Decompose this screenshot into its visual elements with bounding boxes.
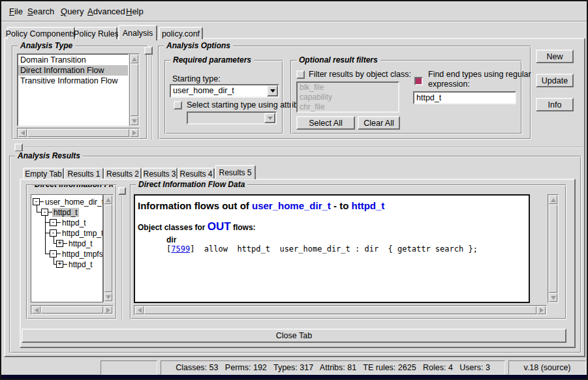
scroll-up-icon[interactable] (131, 55, 138, 63)
starting-type-combobox[interactable]: user_home_dir_t (170, 84, 279, 98)
tree-expand-icon[interactable]: + (56, 261, 63, 268)
pane-sash-handle[interactable] (144, 46, 153, 55)
list-item[interactable]: Domain Transition (18, 55, 128, 65)
scroll-left-icon[interactable] (18, 129, 27, 137)
scroll-down-icon[interactable] (549, 293, 557, 302)
tab-results-4[interactable]: Results 4 (178, 168, 215, 179)
menu-query[interactable]: Query (61, 7, 84, 16)
tab-results-1[interactable]: Results 1 (64, 168, 104, 179)
optional-filters-title: Optional result filters (296, 55, 380, 65)
attrib-combobox (187, 111, 277, 124)
scroll-down-icon[interactable] (131, 117, 138, 125)
scrollbar-thumb[interactable] (144, 306, 536, 314)
tab-empty-tab[interactable]: Empty Tab (23, 168, 64, 179)
starting-type-label: Starting type: (172, 74, 221, 83)
object-class-item: blk_file (298, 83, 398, 93)
tree-node[interactable]: -httpd_t (31, 207, 102, 217)
tree-node[interactable]: +httpd_t (31, 259, 102, 269)
scrollbar-thumb[interactable] (41, 306, 103, 314)
clear-all-button[interactable]: Clear All (358, 116, 400, 130)
source-type: user_home_dir_t (252, 200, 331, 211)
analysis-options-title: Analysis Options (164, 41, 233, 50)
window-bottom-edge (1, 375, 587, 379)
tree-hscrollbar[interactable] (31, 305, 114, 315)
scrollbar-thumb[interactable] (104, 205, 112, 292)
object-class-item: capability (298, 93, 398, 102)
rule-number-link[interactable]: 7599 (171, 244, 190, 254)
tab-analysis[interactable]: Analysis (118, 25, 157, 40)
apol-window: File Search Query Advanced Help Policy C… (0, 0, 588, 380)
regex-checkbox[interactable] (414, 77, 423, 85)
analysis-type-listbox[interactable]: Domain Transition Direct Information Flo… (17, 53, 129, 126)
info-button[interactable]: Info (536, 98, 574, 111)
tree-data-sash-line[interactable] (121, 196, 123, 319)
tab-results-2[interactable]: Results 2 (104, 168, 142, 179)
tree-node[interactable]: -user_home_dir_t (31, 196, 102, 207)
menu-advanced[interactable]: Advanced (87, 7, 125, 16)
scrollbar-thumb[interactable] (131, 64, 138, 116)
scroll-right-icon[interactable] (104, 306, 112, 314)
scroll-up-icon[interactable] (104, 196, 112, 204)
regex-checkbox-label-line2[interactable]: expression: (428, 80, 470, 89)
select-all-button[interactable]: Select All (296, 116, 355, 130)
tab-policy-components[interactable]: Policy Components (7, 27, 75, 39)
attrib-checkbox[interactable] (174, 101, 182, 110)
scrollbar-thumb[interactable] (27, 129, 129, 137)
filter-by-class-checkbox[interactable] (296, 70, 305, 79)
tree-vscrollbar[interactable] (103, 194, 114, 302)
close-tab-button[interactable]: Close Tab (22, 329, 566, 343)
tree-data-sash-handle[interactable] (118, 187, 126, 195)
list-item-selected[interactable]: Direct Information Flow (18, 65, 128, 76)
filter-by-class-label[interactable]: Filter results by object class: (309, 70, 411, 79)
tree-node[interactable]: -httpd_t (31, 217, 102, 227)
object-classes-line: Object classes for OUT flows: (138, 220, 529, 233)
dropdown-arrow-icon (264, 113, 275, 123)
allow-rule-line: [7599] allow httpd_t user_home_dir_t : d… (166, 244, 529, 254)
flow-direction: OUT (208, 220, 231, 233)
scrollbar-thumb[interactable] (549, 205, 557, 293)
data-vscrollbar[interactable] (548, 194, 559, 303)
scroll-up-icon[interactable] (549, 196, 557, 204)
flow-heading: Information flows out of user_home_dir_t… (138, 200, 529, 211)
results-sash-line[interactable] (24, 147, 583, 148)
tab-results-5[interactable]: Results 5 (215, 165, 256, 179)
tree-collapse-icon[interactable]: - (50, 250, 57, 257)
tab-policy-conf[interactable]: policy.conf (159, 27, 203, 39)
analysis-type-vscrollbar[interactable] (129, 53, 140, 126)
tree-collapse-icon[interactable]: - (41, 209, 48, 216)
tree-node[interactable]: +httpd_t (31, 238, 102, 248)
scroll-down-icon[interactable] (104, 293, 112, 301)
tree-expand-icon[interactable]: + (56, 240, 63, 247)
tree-collapse-icon[interactable]: - (50, 229, 57, 237)
tab-results-3[interactable]: Results 3 (142, 168, 178, 179)
tab-policy-rules[interactable]: Policy Rules (75, 27, 117, 39)
scroll-left-icon[interactable] (32, 306, 40, 314)
status-stats: Classes: 53 Perms: 192 Types: 317 Attrib… (161, 360, 505, 375)
tree-node[interactable]: -httpd_tmpfs_t (31, 248, 102, 259)
tree-collapse-icon[interactable]: - (50, 219, 57, 226)
data-hscrollbar[interactable] (134, 305, 547, 315)
scroll-right-icon[interactable] (130, 129, 138, 137)
menubar: File Search Query Advanced Help (1, 1, 587, 22)
status-empty-box (101, 360, 157, 375)
list-item[interactable]: Transitive Information Flow (18, 76, 128, 86)
menu-search[interactable]: Search (27, 7, 54, 16)
update-button[interactable]: Update (536, 74, 574, 87)
pane-sash-line[interactable] (151, 56, 153, 139)
attrib-checkbox-label[interactable]: Select starting type using attrib: (187, 100, 300, 110)
regex-input[interactable] (413, 91, 516, 104)
tree-collapse-icon[interactable]: - (33, 198, 40, 205)
analysis-type-hscrollbar[interactable] (17, 128, 140, 138)
object-class-name: dir (166, 235, 529, 244)
tree-node[interactable]: -httpd_tmp_t (31, 227, 102, 238)
dropdown-arrow-icon[interactable] (267, 85, 278, 96)
flow-data-text[interactable]: Information flows out of user_home_dir_t… (134, 194, 530, 303)
scroll-right-icon[interactable] (537, 306, 546, 314)
menu-file[interactable]: File (9, 7, 23, 16)
menu-help[interactable]: Help (126, 7, 144, 16)
target-type: httpd_t (352, 200, 385, 211)
regex-checkbox-label-line1[interactable]: Find end types using regular (428, 70, 531, 79)
flow-tree[interactable]: -user_home_dir_t -httpd_t -httpd_t -http… (31, 194, 103, 302)
scroll-left-icon[interactable] (135, 306, 144, 314)
new-button[interactable]: New (536, 50, 574, 63)
